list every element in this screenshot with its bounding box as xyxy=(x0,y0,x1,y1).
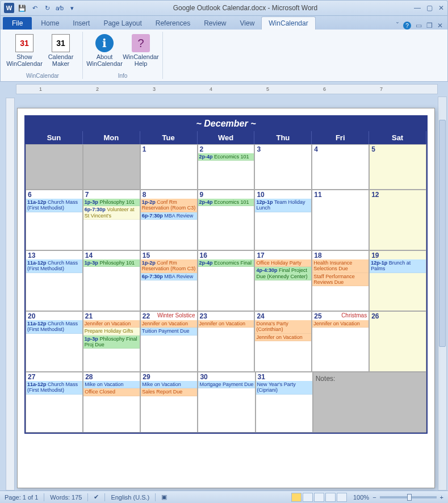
calendar-day-cell[interactable]: 29Mike on VacationSales Report Due xyxy=(140,372,198,433)
tab-references[interactable]: References xyxy=(149,17,197,30)
calendar-event[interactable]: 4p-4:30p Final Project Due (Kennedy Cent… xyxy=(255,267,311,280)
calendar-day-cell[interactable]: 1311a-12p Church Mass (First Methodist) xyxy=(26,250,83,311)
calendar-day-cell[interactable]: 26 xyxy=(369,311,426,372)
calendar-day-cell[interactable]: 23Jennifer on Vacation xyxy=(198,311,255,372)
calendar-event[interactable]: New Year's Party (Cipriani) xyxy=(256,381,312,395)
calendar-day-cell[interactable]: 22Winter SolsticeJennifer on VacationTui… xyxy=(140,311,198,372)
calendar-day-cell[interactable]: 21Jennifer on VacationPrepare Holiday Gi… xyxy=(83,311,140,372)
calendar-event[interactable]: Health Insurance Selections Due xyxy=(312,259,369,273)
calendar-event[interactable]: Jennifer on Vacation xyxy=(198,320,254,328)
calendar-event[interactable]: 1p-2p Conf Rm Reservation (Room C3) xyxy=(141,259,197,273)
calendar-day-cell[interactable]: 2011a-12p Church Mass (First Methodist) xyxy=(26,311,83,372)
document-page[interactable]: ~ December ~ SunMonTueWedThuFriSat 122p-… xyxy=(17,108,435,488)
calendar-day-cell[interactable]: 24Donna's Party (Corinthian)Jennifer on … xyxy=(254,311,312,372)
calendar-event[interactable]: 6p-7:30p MBA Review xyxy=(141,212,197,220)
view-print-layout-button[interactable] xyxy=(291,493,302,502)
vertical-scrollbar[interactable] xyxy=(438,97,447,491)
tab-file[interactable]: File xyxy=(3,17,32,30)
view-draft-button[interactable] xyxy=(337,493,347,502)
calendar-event[interactable]: 12p-1p Team Holiday Lunch xyxy=(255,199,311,212)
status-words[interactable]: Words: 175 xyxy=(50,494,82,501)
ribbon-collapse-icon[interactable]: ˇ xyxy=(396,22,399,30)
help-icon[interactable]: ? xyxy=(403,22,411,30)
calendar-day-cell[interactable]: 5 xyxy=(369,144,426,190)
calendar-day-cell[interactable]: 28Mike on VacationOffice Closed xyxy=(83,372,140,433)
view-web-layout-button[interactable] xyxy=(314,493,324,502)
calendar-event[interactable]: 1p-3p Philosophy 101 xyxy=(83,199,140,206)
wincalendar-help-button[interactable]: ? WinCalendar Help xyxy=(124,32,158,72)
tab-review[interactable]: Review xyxy=(197,17,233,30)
calendar-day-cell[interactable]: 18Health Insurance Selections DueStaff P… xyxy=(312,250,369,311)
calendar-event[interactable]: Jennifer on Vacation xyxy=(83,320,140,328)
zoom-slider[interactable] xyxy=(380,496,437,498)
calendar-day-cell[interactable]: 11 xyxy=(312,190,369,250)
calendar-day-cell[interactable]: 2711a-12p Church Mass (First Methodist) xyxy=(26,372,83,433)
insert-mode-icon[interactable]: ▣ xyxy=(161,493,167,501)
calendar-day-cell[interactable]: 81p-2p Conf Rm Reservation (Room C3)6p-7… xyxy=(140,190,198,250)
calendar-day-cell[interactable]: 151p-2p Conf Rm Reservation (Room C3)6p-… xyxy=(140,250,198,311)
calendar-day-cell[interactable]: 22p-4p Economics 101 xyxy=(198,144,255,190)
calendar-event[interactable]: Tuition Payment Due xyxy=(141,328,197,335)
calendar-event[interactable]: Office Holiday Party xyxy=(255,259,311,267)
calendar-day-cell[interactable]: 92p-4p Economics 101 xyxy=(198,190,255,250)
doc-min-icon[interactable]: ▭ xyxy=(416,22,422,30)
calendar-day-cell[interactable] xyxy=(83,144,140,190)
calendar-event[interactable]: Mike on Vacation xyxy=(83,381,140,388)
calendar-maker-button[interactable]: 31 Calendar Maker xyxy=(44,32,78,72)
calendar-event[interactable]: Mike on Vacation xyxy=(141,381,197,388)
calendar-event[interactable]: 6p-7:30p MBA Review xyxy=(141,273,197,280)
zoom-in-button[interactable]: + xyxy=(440,494,443,501)
calendar-event[interactable]: 1p-3p Philosophy Final Proj Due xyxy=(83,336,140,349)
horizontal-ruler[interactable]: 1234567 xyxy=(16,84,438,94)
calendar-day-cell[interactable]: 25ChristmasJennifer on Vacation xyxy=(312,311,369,372)
calendar-event[interactable]: 1p-2p Conf Rm Reservation (Room C3) xyxy=(141,199,197,212)
calendar-event[interactable]: Donna's Party (Corinthian) xyxy=(255,320,311,334)
calendar-event[interactable]: 1p-3p Philosophy 101 xyxy=(83,259,140,267)
scrollbar-thumb[interactable] xyxy=(439,120,446,347)
spelling-icon[interactable]: a⁄b xyxy=(55,3,64,12)
calendar-event[interactable]: 2p-4p Economics 101 xyxy=(198,199,254,206)
zoom-out-button[interactable]: − xyxy=(372,494,376,501)
calendar-event[interactable]: 11a-12p Church Mass (First Methodist) xyxy=(26,320,82,334)
calendar-day-cell[interactable]: 71p-3p Philosophy 1016p-7:30p Volunteer … xyxy=(83,190,140,250)
about-wincalendar-button[interactable]: ℹ About WinCalendar xyxy=(87,32,122,72)
calendar-event[interactable]: Prepare Holiday Gifts xyxy=(83,328,140,335)
view-full-screen-button[interactable] xyxy=(303,493,313,502)
undo-icon[interactable]: ↶ xyxy=(30,3,39,12)
calendar-day-cell[interactable]: 1012p-1p Team Holiday Lunch xyxy=(254,190,312,250)
calendar-day-cell[interactable]: 162p-4p Economics Final xyxy=(198,250,255,311)
calendar-day-cell[interactable]: 1912p-1p Brunch at Palms xyxy=(369,250,426,311)
view-outline-button[interactable] xyxy=(325,493,336,502)
calendar-event[interactable]: Office Closed xyxy=(83,388,140,396)
calendar-day-cell[interactable]: Notes: xyxy=(313,372,426,433)
calendar-day-cell[interactable]: 31New Year's Party (Cipriani) xyxy=(256,372,313,433)
calendar-event[interactable]: Staff Performance Reviews Due xyxy=(312,273,369,287)
maximize-icon[interactable]: ▢ xyxy=(426,4,433,12)
calendar-day-cell[interactable] xyxy=(26,144,83,190)
calendar-day-cell[interactable]: 17Office Holiday Party4p-4:30p Final Pro… xyxy=(254,250,312,311)
calendar-event[interactable]: 11a-12p Church Mass (First Methodist) xyxy=(26,381,82,395)
calendar-event[interactable]: 11a-12p Church Mass (First Methodist) xyxy=(26,199,82,212)
tab-home[interactable]: Home xyxy=(34,17,66,30)
status-language[interactable]: English (U.S.) xyxy=(111,494,149,501)
calendar-event[interactable]: Mortgage Payment Due xyxy=(198,381,254,388)
calendar-event[interactable]: Jennifer on Vacation xyxy=(255,334,311,341)
tab-wincalendar[interactable]: WinCalendar xyxy=(261,16,315,30)
status-page[interactable]: Page: 1 of 1 xyxy=(5,494,38,501)
save-icon[interactable]: 💾 xyxy=(18,3,27,12)
calendar-day-cell[interactable]: 12 xyxy=(369,190,426,250)
proofing-icon[interactable]: ✔ xyxy=(94,493,99,501)
calendar-event[interactable]: Jennifer on Vacation xyxy=(141,320,197,328)
tab-page-layout[interactable]: Page Layout xyxy=(97,17,148,30)
calendar-event[interactable]: Jennifer on Vacation xyxy=(312,320,369,328)
doc-restore-icon[interactable]: ❐ xyxy=(426,22,433,30)
qat-dropdown-icon[interactable]: ▾ xyxy=(68,3,77,12)
minimize-icon[interactable]: — xyxy=(414,4,421,12)
calendar-event[interactable]: Sales Report Due xyxy=(141,388,197,396)
redo-icon[interactable]: ↻ xyxy=(43,3,52,12)
show-wincalendar-button[interactable]: 31 Show WinCalendar xyxy=(7,32,41,72)
tab-view[interactable]: View xyxy=(233,17,262,30)
calendar-event[interactable]: 11a-12p Church Mass (First Methodist) xyxy=(26,259,82,273)
close-icon[interactable]: ✕ xyxy=(438,4,444,12)
calendar-day-cell[interactable]: 30Mortgage Payment Due xyxy=(198,372,255,433)
